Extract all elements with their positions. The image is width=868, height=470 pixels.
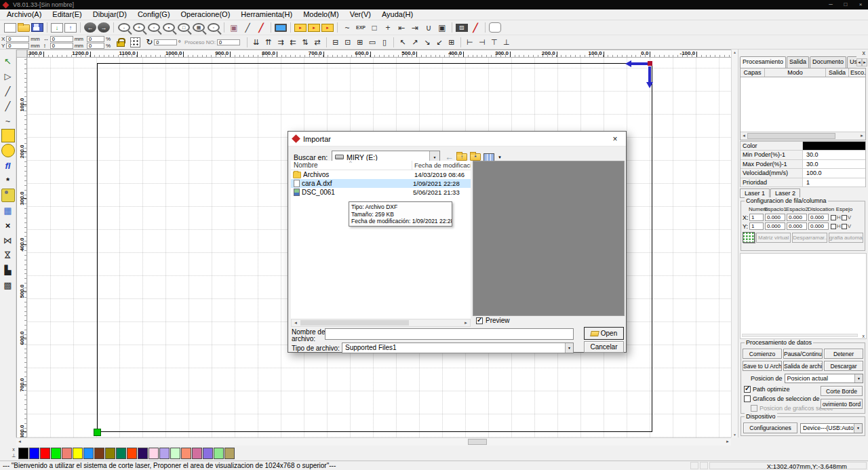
palette-color-13[interactable] [149,448,159,459]
mirror-h-tool-icon[interactable]: ⋈ [1,233,15,247]
text-tool-icon[interactable]: fI [1,159,15,172]
dialog-title-bar[interactable]: Importar × [288,132,626,146]
line-tool-icon[interactable]: ╱ [1,84,15,98]
exp-icon[interactable]: EXP [355,22,367,34]
import-icon[interactable]: ↓ [51,23,63,33]
y-space2-input[interactable]: 0.000 [787,222,807,230]
chevron-down-icon[interactable]: ▼ [498,155,502,159]
zoom-window-icon[interactable]: □ [178,23,190,32]
delete-tool-icon[interactable]: × [1,218,15,232]
align-top-right-icon[interactable]: ↗ [410,36,420,48]
palette-color-10[interactable] [116,448,126,459]
position-select[interactable]: Posicion actual ▼ [785,374,863,383]
panel-close-icon[interactable]: x [863,50,866,56]
up-folder-icon[interactable]: ↑ [456,153,467,161]
x-space2-input[interactable]: 0.000 [787,214,807,221]
scroll-left-icon[interactable]: ◄ [742,134,746,138]
zoom-minus-icon[interactable]: - [118,23,130,32]
device-settings-button[interactable]: Configuraciones [743,423,797,433]
array-tool-icon[interactable]: ▩ [1,278,15,292]
bitmap-icon[interactable]: ▨ [456,24,468,32]
column-salida[interactable]: Salida [826,68,849,77]
align-left-icon[interactable]: ⊢ [465,36,475,48]
tab-procesamiento[interactable]: Procesamiento [740,56,786,68]
layer-table-scrollbar[interactable]: ◄ ► [741,132,865,140]
mini-scrollbar[interactable] [742,334,858,337]
same-width-icon[interactable]: ⊟ [330,36,341,48]
x-number-input[interactable]: 1 [749,214,764,221]
file-row[interactable]: cara A.dxf1/09/2021 22:28 [291,179,471,188]
y-number-input[interactable]: 1 [749,222,764,230]
close-icon[interactable]: × [853,0,868,9]
distribute-right-icon[interactable]: ⇉ [275,36,286,48]
tab-laser-2[interactable]: Laser 2 [770,189,800,198]
anchor-point-icon[interactable] [130,37,140,47]
zoom-all-icon[interactable]: ▦ [193,23,205,32]
file-list-scrollbar[interactable]: ◄ ► [291,319,471,327]
palette-color-12[interactable] [138,448,148,459]
node-edit-icon[interactable]: + [382,22,394,34]
palette-color-18[interactable] [203,448,213,459]
rectangle-tool-icon[interactable] [1,129,15,142]
align-center-icon[interactable]: ⊞ [446,36,457,48]
align-bottom-left-icon[interactable]: ↙ [434,36,445,48]
palette-color-8[interactable] [94,448,104,459]
chevron-down-icon[interactable]: ▼ [854,374,863,383]
curve-smooth-icon[interactable]: ~ [341,22,353,34]
palette-color-7[interactable] [83,448,94,459]
virtual-array-button[interactable]: Matriz virtual [756,233,791,243]
sc roll-right-icon[interactable]: ► [860,134,864,138]
scroll-left-icon[interactable]: ◄ [18,439,22,444]
width-input[interactable]: 0 [50,36,73,42]
distribute-left-icon[interactable]: ⇇ [288,36,298,48]
bezier-tool-icon[interactable]: ~ [1,114,15,128]
minimize-icon[interactable]: ─ [823,0,838,9]
y-mirror-v-checkbox[interactable] [842,224,847,229]
x-dislocation-input[interactable]: 0.000 [808,214,829,221]
menu-item-editar[interactable]: Editar(E) [47,9,87,20]
palette-color-6[interactable] [73,448,83,459]
same-size-icon[interactable]: ⊞ [355,36,366,48]
preview-monitor-icon[interactable] [275,24,287,32]
tab-usuario[interactable]: Usuario [847,56,856,68]
menu-item-ayuda[interactable]: Ayuda(H) [376,9,418,20]
column-modo[interactable]: Modo [765,68,826,77]
align-bottom-icon[interactable]: ⊥ [501,36,512,48]
mini-close-icon[interactable]: x [863,334,865,338]
x-position-input[interactable]: 0 [6,36,29,42]
menu-item-dibujar[interactable]: Dibujar(D) [87,9,132,20]
simulate-output-icon[interactable]: ▸ [294,24,307,32]
column-escoger[interactable]: Esco... [849,68,865,77]
filetype-select[interactable]: Supported Files1 ▼ [342,342,574,353]
y-space1-input[interactable]: 0.000 [765,222,785,230]
datum-tool-icon[interactable]: ▙ [1,263,15,277]
path-optimize-checkbox[interactable] [744,386,751,393]
export-icon[interactable]: ↑ [64,23,77,33]
pen-track-icon[interactable]: ╱ [241,22,254,34]
palette-color-5[interactable] [62,448,72,459]
chevron-down-icon[interactable]: ▼ [854,424,862,433]
palette-handle[interactable]: x ⊥ [9,446,18,460]
simulate-cut-icon[interactable]: ▸ [321,24,334,32]
menu-item-modelo[interactable]: Modelo(M) [298,9,344,20]
column-date-modified[interactable]: Fecha de modificación [412,161,471,170]
tab-scroll-right-icon[interactable]: ► [862,58,867,66]
redo-icon[interactable]: → [98,22,110,33]
menu-item-archivo[interactable]: Archivo(A) [1,9,47,20]
layer-color-swatch[interactable] [803,142,865,150]
aspect-lock-icon[interactable] [117,41,125,47]
y-dislocation-input[interactable]: 0.000 [808,222,829,230]
menu-item-herramienta[interactable]: Herramienta(H) [235,9,298,20]
canvas-horizontal-scrollbar[interactable]: ◄ ► [16,437,731,446]
align-bottom-right-icon[interactable]: ↘ [422,36,433,48]
palette-color-9[interactable] [105,448,115,459]
tab-laser-1[interactable]: Laser 1 [740,189,770,198]
file-row[interactable]: Archivos14/03/2019 08:46 [291,170,471,179]
spread-button[interactable]: Desparramar... [792,233,827,243]
speed-value[interactable]: 100.0 [803,169,865,177]
capsule-icon[interactable] [489,22,501,33]
menu-item-ver[interactable]: Ver(V) [344,9,376,20]
simulate-frame-icon[interactable]: ▸ [308,24,320,32]
shape-properties-icon[interactable]: ▣ [228,22,240,34]
palette-color-14[interactable] [159,448,170,459]
